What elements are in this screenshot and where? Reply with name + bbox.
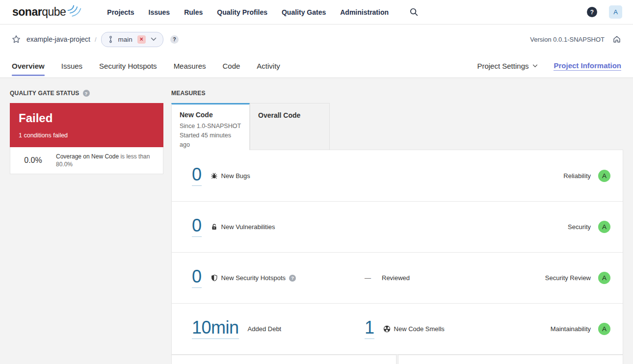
favorite-star-icon[interactable]: [12, 35, 21, 44]
quality-gate-card: Failed 1 conditions failed 0.0% Coverage…: [10, 103, 163, 174]
maintainability-rating-badge[interactable]: A: [598, 323, 610, 335]
project-tabs-bar: Overview Issues Security Hotspots Measur…: [0, 54, 633, 78]
new-bugs-count-link[interactable]: 0: [192, 166, 202, 186]
quality-gate-title-text: QUALITY GATE STATUS: [10, 90, 79, 97]
quality-gate-status-banner: Failed 1 conditions failed: [10, 103, 163, 147]
branch-selector[interactable]: main ×: [101, 32, 163, 47]
tab-measures[interactable]: Measures: [174, 54, 206, 78]
measure-row-security-hotspots: 0 New Security Hotspots ? — Reviewed: [172, 252, 623, 303]
tab-overview[interactable]: Overview: [12, 54, 45, 78]
new-code-since: Since 1.0-SNAPSHOT: [180, 122, 241, 131]
security-hotspots-help-icon[interactable]: ?: [289, 275, 296, 282]
breadcrumb: example-java-project / main × ? Version …: [0, 25, 633, 54]
chevron-down-icon: [151, 37, 157, 41]
nav-item-issues[interactable]: Issues: [149, 8, 170, 16]
new-code-smells-count-link[interactable]: 1: [365, 319, 374, 339]
tab-overall-code[interactable]: Overall Code: [250, 103, 330, 150]
nav-item-projects[interactable]: Projects: [107, 8, 134, 16]
nav-item-quality-gates[interactable]: Quality Gates: [282, 8, 326, 16]
measures-panel: 0 New Bugs Reliability A: [171, 150, 623, 355]
maintainability-label: Maintainability: [551, 325, 591, 333]
project-settings-dropdown[interactable]: Project Settings: [477, 62, 538, 70]
condition-value-link[interactable]: 0.0%: [10, 156, 56, 165]
tab-security-hotspots[interactable]: Security Hotspots: [99, 54, 157, 78]
tab-activity[interactable]: Activity: [257, 54, 280, 78]
measure-row-maintainability: 10min Added Debt 1 New Code S: [172, 303, 623, 354]
quality-gate-section-title: QUALITY GATE STATUS ?: [10, 90, 90, 97]
security-label: Security: [568, 223, 591, 231]
new-vulnerabilities-count-link[interactable]: 0: [192, 217, 202, 237]
logo-swoosh-icon: [67, 4, 81, 20]
branch-help-icon[interactable]: ?: [170, 35, 179, 44]
user-avatar[interactable]: A: [609, 5, 622, 19]
new-code-tab-label: New Code: [180, 111, 241, 119]
overall-code-tab-label: Overall Code: [258, 111, 321, 119]
shield-icon: [211, 274, 218, 282]
tab-code[interactable]: Code: [222, 54, 240, 78]
condition-metric: Coverage on New Code: [56, 153, 119, 160]
next-section-card-left: [171, 355, 396, 364]
measure-row-bugs: 0 New Bugs Reliability A: [172, 150, 623, 201]
condition-description: Coverage on New Code is less than 80.0%: [56, 153, 163, 168]
new-vulnerabilities-label: New Vulnerabilities: [221, 223, 275, 231]
quality-gate-summary: 1 conditions failed: [19, 132, 155, 139]
home-icon[interactable]: [612, 35, 621, 44]
new-security-hotspots-label: New Security Hotspots: [221, 274, 286, 282]
added-debt-link[interactable]: 10min: [192, 319, 239, 339]
measure-row-vulnerabilities: 0 New Vulnerabilities Security A: [172, 201, 623, 252]
breadcrumb-separator: /: [95, 36, 97, 43]
new-code-period: Since 1.0-SNAPSHOT Started 45 minutes ag…: [180, 122, 241, 150]
branch-name: main: [118, 36, 132, 43]
overview-content: QUALITY GATE STATUS ? Failed 1 condition…: [0, 78, 633, 364]
quality-gate-help-icon[interactable]: ?: [83, 90, 90, 97]
branch-icon: [108, 35, 113, 44]
bug-icon: [211, 172, 218, 180]
security-review-label: Security Review: [545, 274, 591, 282]
reviewed-label: Reviewed: [382, 274, 410, 282]
measures-title-text: MEASURES: [171, 90, 206, 97]
open-lock-icon: [211, 223, 218, 231]
tab-issues[interactable]: Issues: [61, 54, 82, 78]
logo-text: sonarqube: [12, 4, 66, 19]
project-settings-label: Project Settings: [477, 62, 528, 70]
nav-right-group: ? A: [587, 5, 622, 19]
added-debt-label: Added Debt: [248, 325, 282, 333]
project-information-link[interactable]: Project Information: [554, 61, 621, 71]
breadcrumb-project-link[interactable]: example-java-project: [26, 35, 90, 43]
help-icon[interactable]: ?: [587, 7, 597, 17]
new-code-smells-label: New Code Smells: [394, 325, 445, 333]
nav-item-quality-profiles[interactable]: Quality Profiles: [217, 8, 267, 16]
project-tabs: Overview Issues Security Hotspots Measur…: [12, 54, 280, 78]
tabs-right-group: Project Settings Project Information: [477, 61, 621, 71]
sonarqube-logo[interactable]: sonarqube: [12, 4, 81, 20]
chevron-down-icon: [532, 64, 538, 68]
new-code-started: Started 45 minutes ago: [180, 131, 241, 150]
quality-gate-status: Failed: [19, 111, 155, 125]
security-review-rating-badge[interactable]: A: [598, 272, 610, 284]
reliability-rating-badge[interactable]: A: [598, 170, 610, 182]
security-rating-badge[interactable]: A: [598, 221, 610, 233]
top-navigation-bar: sonarqube Projects Issues Rules Quality …: [0, 0, 633, 25]
tab-new-code[interactable]: New Code Since 1.0-SNAPSHOT Started 45 m…: [171, 103, 250, 150]
measures-section-title: MEASURES: [171, 90, 206, 97]
branch-failed-badge[interactable]: ×: [137, 35, 146, 44]
breadcrumb-right-group: Version 0.0.1-SNAPSHOT: [530, 35, 621, 44]
new-bugs-label: New Bugs: [221, 172, 250, 180]
nav-item-rules[interactable]: Rules: [184, 8, 203, 16]
reviewed-dash-value: —: [365, 274, 371, 282]
search-icon[interactable]: [409, 7, 419, 17]
project-version: Version 0.0.1-SNAPSHOT: [530, 36, 605, 43]
main-nav-menu: Projects Issues Rules Quality Profiles Q…: [107, 8, 389, 16]
nav-item-administration[interactable]: Administration: [340, 8, 389, 16]
next-section-card-right: [398, 355, 623, 364]
code-smell-icon: [383, 325, 391, 333]
new-security-hotspots-count-link[interactable]: 0: [192, 268, 202, 288]
quality-gate-condition-row: 0.0% Coverage on New Code is less than 8…: [10, 147, 163, 174]
reliability-label: Reliability: [563, 172, 591, 180]
